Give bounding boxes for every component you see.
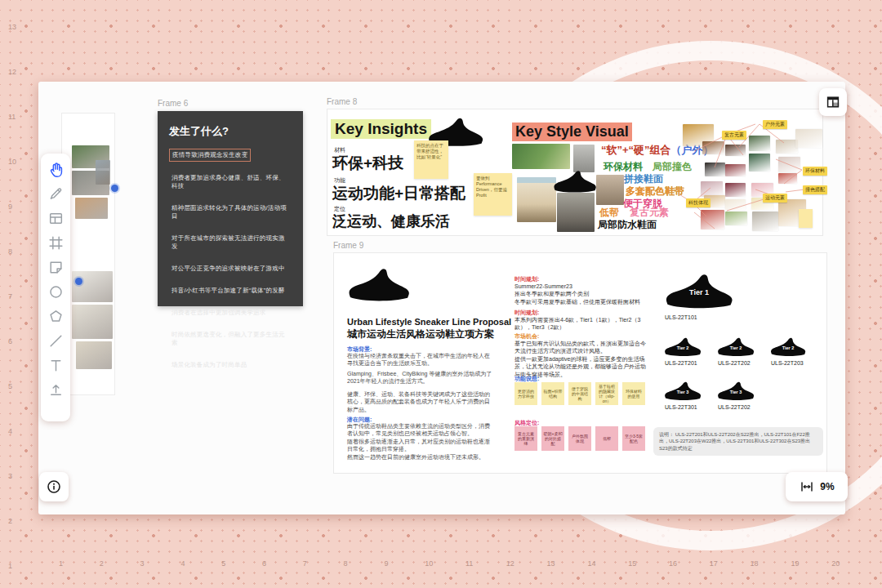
moodboard-sneaker-photo <box>776 140 798 154</box>
ruler-bottom-number: 10 <box>425 559 433 568</box>
insight-material: 环保+科技 <box>332 153 403 174</box>
style-positioning-sticky: 硬朗+柔和的对比搭配 <box>541 426 564 451</box>
zoom-indicator[interactable]: 9% <box>786 472 848 501</box>
tool-line[interactable] <box>45 330 66 351</box>
tier-sneaker: Tier 3 <box>663 381 702 402</box>
tool-upload[interactable] <box>45 379 66 400</box>
ruler-left-number: 13 <box>8 23 16 31</box>
ruler-bottom-number: 5 <box>221 559 225 568</box>
ruler-left-number: 4 <box>8 427 12 435</box>
page-thumbnail <box>96 160 110 185</box>
ruler-left-number: 5 <box>8 382 12 390</box>
frame9-label[interactable]: Frame 9 <box>333 241 363 250</box>
tool-layout[interactable] <box>45 207 66 229</box>
tier-sneaker: Tier 3 <box>716 381 755 402</box>
frame6-label[interactable]: Frame 6 <box>158 99 188 108</box>
info-icon <box>46 479 62 495</box>
function-idea-sticky: 便于穿脱的中底结构 <box>568 382 591 405</box>
collaborator-marker <box>111 185 118 192</box>
ruler-left-number: 7 <box>8 292 12 301</box>
timeline1-text: Summer22-Summer23 推出冬季款和夏季款两个类别 冬季款可采用夏季… <box>514 283 647 305</box>
sticky-note <box>799 209 813 228</box>
tool-circle[interactable] <box>45 281 66 302</box>
tool-palette <box>41 154 70 421</box>
tier-name: Tier 2 <box>716 345 755 350</box>
moodboard-sneaker-photo <box>749 136 770 151</box>
tier-code: ULS-22T202 <box>718 404 751 410</box>
sticky-note-icon <box>47 259 65 276</box>
tier-code: ULS-22T101 <box>665 314 697 320</box>
ruler-bottom-number: 8 <box>344 559 348 568</box>
moodboard-sneaker-photo <box>752 212 778 231</box>
ruler-bottom-number: 20 <box>831 559 840 568</box>
market-background-para1: 在疫情与经济萧条双重夹击下，在城市中生活的年轻人在寻找更适合当下的生活娱乐互动。 <box>347 352 494 368</box>
photo-bike-market <box>557 193 595 232</box>
ruler-left-number: 1 <box>8 562 12 570</box>
moodboard-sneaker-photo <box>725 145 746 156</box>
function-idea-sticky: 环保材料的使用 <box>622 382 645 405</box>
ruler-bottom-number: 9 <box>384 559 388 568</box>
moodboard-tag: 户外元素 <box>763 120 787 129</box>
tier-sneaker: Tier 2 <box>663 336 702 358</box>
market-background-para3: 健康、环保、运动、装备科技等关键词成为了这些活动的核心，更高品质的配套装备也成为… <box>347 390 494 413</box>
photo-street-fashion <box>573 145 595 172</box>
tier-code: ULS-22T201 <box>665 360 697 366</box>
ruler-bottom-number: 18 <box>751 559 759 568</box>
page-thumbnail <box>72 305 113 339</box>
insight-positioning: 泛运动、健康乐活 <box>332 212 450 231</box>
ruler-left-number: 12 <box>8 68 16 76</box>
moodboard-tag: 撞色搭配 <box>803 185 827 194</box>
tool-hand[interactable] <box>45 158 66 180</box>
info-button[interactable] <box>39 472 69 501</box>
frame8-label[interactable]: Frame 8 <box>327 97 357 106</box>
tool-pencil[interactable] <box>45 183 66 204</box>
style-positioning-sticky: 户外氛围体现 <box>568 426 591 451</box>
ruler-left-number: 11 <box>8 113 16 121</box>
moodboard-sneaker-photo <box>725 164 746 176</box>
ruler-bottom-number: 12 <box>506 559 514 568</box>
ruler-bottom-number: 15 <box>628 559 636 568</box>
tier-code: ULS-22T203 <box>771 360 804 366</box>
proposal-title-en: Urban Lifestyle Sneaker Line Proposal <box>347 317 511 327</box>
page-thumbnail <box>75 198 108 219</box>
moodboard-sneaker-photo <box>705 163 725 176</box>
tool-text[interactable] <box>45 354 66 376</box>
photo-sports <box>512 144 570 169</box>
ruler-bottom-number: 13 <box>547 559 555 568</box>
moodboard-tag: 环保材料 <box>803 167 827 176</box>
app-workspace: 13121110987654321 1234567891011121314151… <box>0 0 882 588</box>
circle-icon <box>47 283 65 301</box>
what-happened-item: 对公平公正竞争的追求被映射在了游戏中 <box>169 263 293 274</box>
market-background-para2: Glamping、Frisbee、CityBiking 等健康的室外活动成为了2… <box>347 370 494 385</box>
ruler-left-number: 6 <box>8 337 12 345</box>
board-layout-icon <box>825 94 841 110</box>
what-happened-item: 疫情导致消费观念发生改变 <box>169 149 293 162</box>
tier-name: Tier 1 <box>663 288 735 296</box>
ruler-bottom-number: 7 <box>303 559 307 568</box>
tool-sticky-note[interactable] <box>45 256 66 278</box>
ruler-bottom-number: 17 <box>710 559 718 568</box>
ruler-left-number: 8 <box>8 247 12 256</box>
tier-sneaker: Tier 1 <box>663 272 735 311</box>
sticky-note: 科技的点在于带来舒适性，比如“轻量化” <box>414 140 448 179</box>
moodboard-tag: 运动元素 <box>763 194 787 203</box>
sneaker-silhouette <box>552 169 598 194</box>
what-happened-item: 时尚依然更迭变化，但融入了更多生活元素 <box>169 329 293 349</box>
style-positioning-sticky: 低帮 <box>595 426 618 451</box>
board-view-button[interactable] <box>819 88 847 116</box>
key-insights-title: Key Insights <box>331 119 431 139</box>
tool-frame[interactable] <box>45 232 66 253</box>
tool-pentagon[interactable] <box>45 305 66 327</box>
moodboard-sneaker-photo <box>749 154 770 172</box>
frame6-panel[interactable]: 发生了什么? 疫情导致消费观念发生改变消费者更加追求身心健康、舒适、环保、科技精… <box>158 111 303 306</box>
release-plan-footnote: 说明： ULS-22T201和ULS-22T202在S22推出，ULS-22T1… <box>653 427 823 456</box>
photo-cyclist <box>596 175 624 205</box>
tier-name: Tier 2 <box>663 345 702 350</box>
line-icon <box>47 332 65 350</box>
text-icon <box>47 357 65 374</box>
pentagon-icon <box>47 308 65 325</box>
what-happened-item: 抖音/小红书等平台加速了新“载体”的发酵 <box>169 285 293 296</box>
hand-icon <box>47 161 65 178</box>
moodboard-sneaker-photo <box>778 173 797 184</box>
what-happened-item: 对于所在城市的探索被无法进行的现实激发 <box>169 233 293 252</box>
